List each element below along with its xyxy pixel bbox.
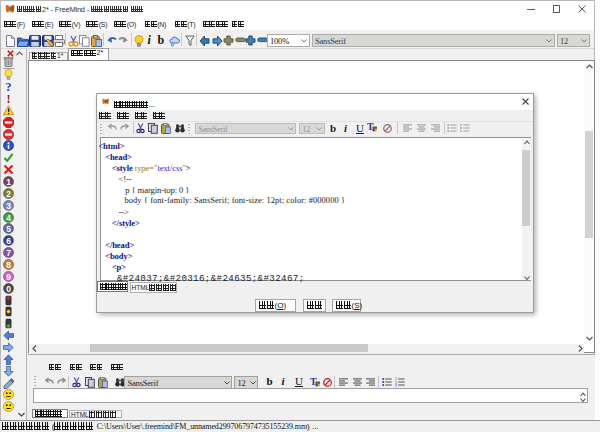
svg-text:9: 9: [6, 271, 11, 281]
svg-text:3: 3: [6, 200, 11, 210]
svg-text:6: 6: [6, 236, 11, 246]
svg-text:1: 1: [6, 177, 11, 187]
svg-text:?: ?: [6, 81, 12, 92]
svg-text:!: !: [7, 93, 11, 104]
svg-text:7: 7: [6, 248, 11, 258]
svg-text:5: 5: [6, 224, 11, 234]
svg-text:4: 4: [6, 212, 11, 222]
svg-text:2: 2: [6, 188, 11, 198]
svg-text:0: 0: [6, 283, 11, 293]
svg-text:8: 8: [6, 260, 11, 270]
